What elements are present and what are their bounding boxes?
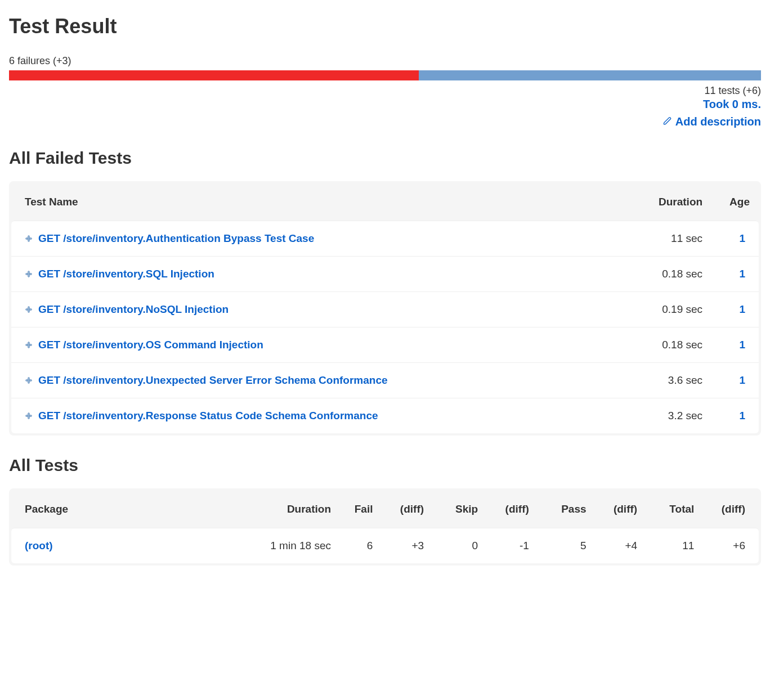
col-pass-diff: (diff) — [593, 491, 651, 528]
col-total: Total — [651, 491, 701, 528]
test-duration: 0.18 sec — [645, 327, 716, 362]
pkg-pass-diff: +4 — [593, 528, 651, 563]
table-row: GET /store/inventory.Response Status Cod… — [11, 398, 759, 433]
test-duration: 3.2 sec — [645, 398, 716, 433]
table-row: (root)1 min 18 sec6+30-15+411+6 — [11, 528, 759, 563]
col-fail-diff: (diff) — [379, 491, 437, 528]
expand-icon[interactable] — [25, 306, 33, 313]
col-pass: Pass — [543, 491, 593, 528]
table-row: GET /store/inventory.Authentication Bypa… — [11, 221, 759, 256]
test-age-link[interactable]: 1 — [739, 374, 745, 386]
progress-bar-fail — [9, 70, 419, 80]
test-duration: 0.18 sec — [645, 256, 716, 291]
test-age-link[interactable]: 1 — [739, 339, 745, 351]
col-skip-diff: (diff) — [485, 491, 543, 528]
add-description-button[interactable]: Add description — [663, 115, 761, 128]
test-name-link[interactable]: GET /store/inventory.Response Status Cod… — [38, 410, 378, 422]
test-name-link[interactable]: GET /store/inventory.Unexpected Server E… — [38, 374, 388, 387]
progress-bar — [9, 70, 761, 80]
svg-rect-5 — [28, 307, 30, 313]
all-tests-panel: Package Duration Fail (diff) Skip (diff)… — [9, 488, 761, 566]
svg-rect-3 — [28, 271, 30, 277]
pkg-duration: 1 min 18 sec — [248, 528, 338, 563]
expand-icon[interactable] — [25, 376, 33, 384]
pkg-total-diff: +6 — [701, 528, 759, 563]
col-fail: Fail — [338, 491, 379, 528]
page-title: Test Result — [9, 15, 761, 38]
svg-rect-9 — [28, 378, 30, 384]
pkg-skip-diff: -1 — [485, 528, 543, 563]
failed-tests-heading: All Failed Tests — [9, 149, 761, 168]
svg-rect-7 — [28, 342, 30, 348]
add-description-label: Add description — [675, 115, 761, 128]
table-row: GET /store/inventory.OS Command Injectio… — [11, 327, 759, 362]
col-age: Age — [716, 183, 759, 221]
progress-bar-pass — [419, 70, 761, 80]
svg-rect-11 — [28, 413, 30, 419]
test-name-link[interactable]: GET /store/inventory.Authentication Bypa… — [38, 232, 314, 245]
test-duration: 0.19 sec — [645, 291, 716, 327]
pkg-fail: 6 — [338, 528, 379, 563]
test-age-link[interactable]: 1 — [739, 232, 745, 244]
col-total-diff: (diff) — [701, 491, 759, 528]
table-header-row: Test Name Duration Age — [11, 183, 759, 221]
col-skip: Skip — [437, 491, 485, 528]
expand-icon[interactable] — [25, 341, 33, 349]
col-package: Package — [11, 491, 248, 528]
all-tests-heading: All Tests — [9, 456, 761, 475]
test-age-link[interactable]: 1 — [739, 303, 745, 315]
pkg-skip: 0 — [437, 528, 485, 563]
failed-tests-panel: Test Name Duration Age GET /store/invent… — [9, 181, 761, 436]
test-name-link[interactable]: GET /store/inventory.SQL Injection — [38, 268, 214, 280]
test-name-link[interactable]: GET /store/inventory.NoSQL Injection — [38, 303, 229, 316]
table-header-row: Package Duration Fail (diff) Skip (diff)… — [11, 491, 759, 528]
test-age-link[interactable]: 1 — [739, 410, 745, 421]
table-row: GET /store/inventory.NoSQL Injection0.19… — [11, 291, 759, 327]
col-test-name: Test Name — [11, 183, 645, 221]
took-duration: Took 0 ms. — [9, 98, 761, 111]
packages-table: Package Duration Fail (diff) Skip (diff)… — [11, 491, 759, 563]
test-duration: 11 sec — [645, 221, 716, 256]
table-row: GET /store/inventory.Unexpected Server E… — [11, 362, 759, 398]
pencil-icon — [663, 115, 672, 128]
expand-icon[interactable] — [25, 235, 33, 243]
table-row: GET /store/inventory.SQL Injection0.18 s… — [11, 256, 759, 291]
pkg-total: 11 — [651, 528, 701, 563]
pkg-fail-diff: +3 — [379, 528, 437, 563]
col-duration: Duration — [248, 491, 338, 528]
tests-summary: 11 tests (+6) — [9, 85, 761, 97]
package-link[interactable]: (root) — [25, 540, 53, 551]
test-age-link[interactable]: 1 — [739, 268, 745, 280]
test-duration: 3.6 sec — [645, 362, 716, 398]
failures-summary: 6 failures (+3) — [9, 55, 761, 67]
svg-rect-1 — [28, 236, 30, 242]
expand-icon[interactable] — [25, 412, 33, 420]
failed-tests-table: Test Name Duration Age GET /store/invent… — [11, 183, 759, 433]
col-duration: Duration — [645, 183, 716, 221]
pkg-pass: 5 — [543, 528, 593, 563]
expand-icon[interactable] — [25, 270, 33, 278]
test-name-link[interactable]: GET /store/inventory.OS Command Injectio… — [38, 339, 263, 351]
